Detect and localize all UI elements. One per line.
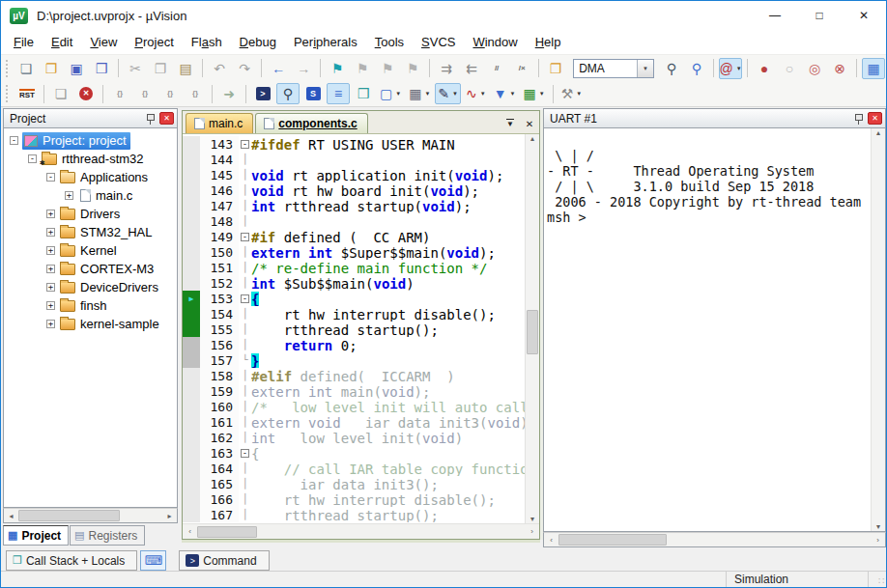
comment-button[interactable]: // [485, 58, 508, 79]
registers-window-button[interactable]: ≡ [327, 83, 350, 104]
code-text[interactable]: #if defined (__CC_ARM) [251, 229, 525, 244]
step-into-button[interactable]: {} [108, 83, 131, 104]
analysis-window-button[interactable]: ∿▼ [463, 83, 489, 104]
tab-components-c[interactable]: components.c [255, 113, 367, 133]
scroll-thumb[interactable] [18, 510, 120, 521]
scroll-thumb[interactable] [558, 534, 667, 546]
navigate-back-button[interactable]: ← [267, 58, 290, 79]
tree-item-kernel-sample[interactable]: +kernel-sample [4, 315, 177, 333]
tree-item-applications[interactable]: -Applications [4, 168, 177, 186]
show-project-window-button[interactable]: ▦ [862, 58, 885, 79]
keyboard-icon[interactable]: ⌨ [140, 550, 166, 571]
serial-window-button[interactable]: ✎▼ [435, 83, 461, 104]
prev-bookmark-button[interactable]: ⚑ [376, 58, 399, 79]
paste-button[interactable]: ▤ [174, 58, 197, 79]
next-bookmark-button[interactable]: ⚑ [351, 58, 374, 79]
tree-item-main-c[interactable]: +main.c [4, 186, 177, 205]
kill-all-breakpoints-button[interactable]: ⊗ [828, 58, 851, 79]
scroll-right-icon[interactable]: ▸ [162, 512, 177, 520]
tab-main-c[interactable]: main.c [186, 113, 253, 133]
tab-command[interactable]: > Command [179, 550, 269, 571]
code-text[interactable]: void rt_application_init(void); [251, 167, 525, 182]
save-button[interactable]: ▣ [65, 58, 88, 79]
tree-item-finsh[interactable]: +finsh [4, 296, 177, 315]
navigate-forward-button[interactable]: → [292, 58, 315, 79]
incremental-find-button[interactable]: ⚲ [685, 58, 708, 79]
insert-bookmark-button[interactable]: ⚑ [326, 58, 349, 79]
code-text[interactable]: __iar_data_init3(); [251, 476, 525, 491]
uncomment-button[interactable]: /× [510, 58, 533, 79]
menu-svcs[interactable]: SVCS [413, 31, 464, 53]
scroll-left-icon[interactable]: ‹ [544, 536, 558, 545]
target-select-dropdown-icon[interactable]: ▼ [637, 60, 653, 77]
expand-icon[interactable]: + [46, 228, 55, 237]
minimize-button[interactable]: — [753, 1, 797, 30]
fold-collapse-icon[interactable]: - [239, 229, 251, 244]
system-viewer-button[interactable]: ▦▼ [521, 83, 548, 104]
code-text[interactable] [251, 152, 525, 167]
run-to-cursor-button[interactable]: {} [184, 83, 207, 104]
tree-item-rtthread-stm32[interactable]: -rtthread-stm32 [4, 150, 177, 168]
menu-window[interactable]: Window [464, 31, 526, 53]
code-text[interactable]: rtthread_startup(); [251, 322, 525, 337]
symbol-window-button[interactable]: S [301, 83, 325, 104]
tree-item-project-project[interactable]: -Project: project [4, 131, 177, 150]
copy-button[interactable]: ❐ [149, 58, 172, 79]
memory-window-button[interactable]: ▦▼ [406, 83, 433, 104]
fold-collapse-icon[interactable]: - [239, 445, 251, 461]
reset-button[interactable]: RST [15, 83, 39, 104]
close-document-icon[interactable]: ✕ [520, 114, 539, 133]
code-text[interactable]: #elif defined(__ICCARM__) [251, 368, 525, 383]
code-text[interactable]: } [251, 352, 525, 368]
go-button[interactable]: ➜ [217, 83, 241, 104]
expand-icon[interactable]: + [46, 265, 55, 273]
step-out-button[interactable]: {} [158, 83, 182, 104]
scroll-thumb[interactable] [197, 526, 257, 538]
open-file-button[interactable]: ❐ [40, 58, 63, 79]
indent-button[interactable]: ⇉ [435, 58, 458, 79]
scroll-down-icon[interactable]: ▾ [872, 522, 886, 531]
target-select[interactable]: DMA▼ [573, 59, 654, 78]
code-text[interactable]: rt_hw_interrupt_disable(); [251, 491, 525, 507]
tree-item-stm32-hal[interactable]: +STM32_HAL [4, 223, 177, 241]
uart-hscrollbar[interactable]: ‹ › [543, 532, 886, 547]
code-text[interactable]: { [251, 291, 525, 306]
editor-hscrollbar[interactable]: ‹ › [183, 523, 539, 539]
collapse-icon[interactable]: - [10, 136, 18, 145]
menu-peripherals[interactable]: Peripherals [285, 31, 366, 53]
code-text[interactable]: int rtthread_startup(void); [251, 198, 525, 213]
tab-project[interactable]: ▦ Project [3, 525, 69, 546]
redo-button[interactable]: ↷ [233, 58, 256, 79]
trace-window-button[interactable]: ▼▼ [491, 83, 519, 104]
show-next-statement-button[interactable]: ❏ [49, 83, 72, 104]
tab-registers[interactable]: ▤ Registers [70, 525, 145, 546]
command-window-button[interactable]: > [251, 83, 274, 104]
code-text[interactable]: { [251, 445, 525, 461]
scroll-up-icon[interactable]: ▴ [872, 128, 886, 137]
scroll-right-icon[interactable]: › [871, 536, 885, 545]
code-area[interactable]: 143-#ifdef RT_USING_USER_MAIN144│145│voi… [183, 134, 525, 523]
toolbox-button[interactable]: ⚒▼ [558, 83, 586, 104]
menu-file[interactable]: File [5, 31, 43, 53]
toggle-breakpoint-button[interactable]: ○ [778, 58, 801, 79]
tree-item-kernel[interactable]: +Kernel [4, 241, 177, 260]
fold-collapse-icon[interactable]: - [239, 136, 251, 152]
project-hscrollbar[interactable]: ◂ ▸ [3, 508, 178, 523]
expand-icon[interactable]: + [46, 246, 55, 255]
call-stack-window-button[interactable]: ❒ [352, 83, 375, 104]
uart-terminal[interactable]: \ | /- RT - Thread Operating System / | … [544, 128, 871, 531]
code-text[interactable]: extern int main(void); [251, 383, 525, 399]
uart-close-icon[interactable]: ✕ [868, 112, 882, 125]
collapse-icon[interactable]: - [28, 154, 37, 163]
code-text[interactable]: /* re-define main function */ [251, 260, 525, 275]
save-all-button[interactable]: ❒ [90, 58, 113, 79]
menu-flash[interactable]: Flash [183, 31, 231, 53]
editor-vscrollbar[interactable]: ▴ ▾ [525, 134, 539, 523]
menu-debug[interactable]: Debug [231, 31, 285, 53]
code-text[interactable]: void rt_hw_board_init(void); [251, 182, 525, 198]
scroll-thumb[interactable] [527, 310, 538, 354]
code-text[interactable]: int __low_level_init(void) [251, 430, 525, 445]
tree-item-devicedrivers[interactable]: +DeviceDrivers [4, 278, 177, 296]
pin-icon[interactable] [146, 113, 155, 125]
cut-button[interactable]: ✂ [124, 58, 147, 79]
